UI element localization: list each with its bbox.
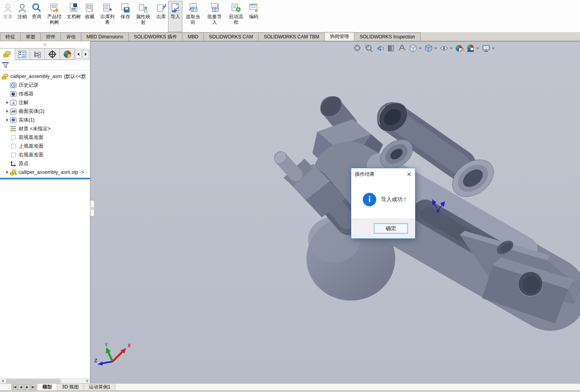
favorite-button[interactable]: 收藏 xyxy=(82,1,97,32)
surface-bodies-folder-icon xyxy=(10,108,17,115)
first-tab-button[interactable]: |◀ xyxy=(11,384,17,390)
display-style-icon xyxy=(424,44,433,53)
section-view-button[interactable] xyxy=(386,44,396,53)
display-style-button[interactable] xyxy=(424,44,438,53)
chevron-left-icon xyxy=(2,379,4,382)
expand-arrow-icon[interactable] xyxy=(5,118,10,122)
tree-item-label: 上视基准面 xyxy=(19,143,44,150)
edit-appearance-button[interactable] xyxy=(455,44,464,53)
tab-property-manager[interactable] xyxy=(15,48,30,60)
encode-button[interactable]: 编码 xyxy=(247,1,261,32)
tab-mbd[interactable]: MBD xyxy=(182,32,204,41)
calliper-assembly-model[interactable] xyxy=(90,42,580,383)
tree-item-origin[interactable]: 原点 xyxy=(0,159,90,168)
query-button[interactable]: 查询 xyxy=(29,1,44,32)
tree-item-solid-bodies[interactable]: 实体(1) xyxy=(0,116,90,124)
tree-item-history[interactable]: 历史记录 xyxy=(0,81,90,89)
batch-import-icon xyxy=(209,2,220,13)
tree-filter-bar[interactable] xyxy=(0,60,90,70)
tree-item-surface-bodies[interactable]: 曲面实体(2) xyxy=(0,107,90,116)
tab-mbd-dimensions[interactable]: MBD Dimensions xyxy=(81,32,129,41)
panel-horizontal-scrollbar[interactable] xyxy=(0,378,90,383)
view-settings-button[interactable] xyxy=(481,44,495,53)
tab-weldments-label: 焊件 xyxy=(46,34,56,40)
tree-item-sensors[interactable]: 传感器 xyxy=(0,89,90,98)
prev-tab-button[interactable]: ◀ xyxy=(18,384,24,390)
tab-collaboration[interactable]: 协同管理 xyxy=(324,32,354,41)
dialog-footer: 确定 xyxy=(351,219,415,238)
import-button[interactable]: 导入 xyxy=(168,1,182,32)
hide-show-items-button[interactable] xyxy=(439,44,453,53)
tab-solidworks-addins[interactable]: SOLIDWORKS 插件 xyxy=(128,32,183,41)
close-icon[interactable]: × xyxy=(406,171,412,177)
first-icon: |◀ xyxy=(13,386,16,389)
tab-sketch-label: 草图 xyxy=(26,34,35,40)
tab-3d-views[interactable]: 3D 视图 xyxy=(57,384,84,390)
scroll-left-button[interactable] xyxy=(0,379,5,384)
start-workflow-button[interactable]: 启动流程 xyxy=(225,1,247,32)
panel-tabs-scroll-left-button[interactable] xyxy=(75,50,82,59)
tab-solidworks-cam-tbm[interactable]: SOLIDWORKS CAM TBM xyxy=(258,32,325,41)
tab-solidworks-inspection[interactable]: SOLIDWORKS Inspection xyxy=(354,32,420,41)
annotation-visibility-button[interactable] xyxy=(397,44,407,53)
tab-configuration-manager[interactable] xyxy=(30,48,45,60)
scroll-right-button[interactable] xyxy=(85,379,90,384)
tab-model[interactable]: 模型 xyxy=(37,384,57,390)
tree-item-top-plane[interactable]: 上视基准面 xyxy=(0,142,90,150)
scrollbar-track[interactable] xyxy=(5,379,85,384)
panel-tabs-scroll-right-button[interactable] xyxy=(82,50,89,59)
apply-scene-button[interactable] xyxy=(466,44,480,53)
checkout-list-button[interactable]: 出库列表 xyxy=(97,1,118,32)
ok-button[interactable]: 确定 xyxy=(374,223,408,234)
tree-item-right-plane[interactable]: 右视基准面 xyxy=(0,150,90,159)
rollback-bar[interactable] xyxy=(0,178,90,179)
tree-item-imported-step[interactable]: calliper_assembly_asm.stp -> xyxy=(0,168,90,177)
monitor-icon xyxy=(482,44,490,53)
dialog-titlebar[interactable]: 操作结果 × xyxy=(351,168,415,180)
tree-item-annotations[interactable]: A 注解 xyxy=(0,98,90,107)
tree-item-material[interactable]: 材质 <未指定> xyxy=(0,124,90,133)
panel-splitter-horizontal[interactable] xyxy=(0,41,90,48)
save-button[interactable]: 保存 xyxy=(118,1,132,32)
batch-import-button[interactable]: 批量导入 xyxy=(204,1,225,32)
tree-item-label: 原点 xyxy=(19,160,29,167)
addin-toolbar: 登录 注销 查询 产品结构树 文档树 收藏 出库列表 保存 xyxy=(0,0,580,32)
product-structure-tree-button[interactable]: 产品结构树 xyxy=(44,1,65,32)
display-manager-icon xyxy=(63,50,72,58)
property-mapping-button[interactable]: 属性映射 xyxy=(132,1,154,32)
tab-sketch[interactable]: 草图 xyxy=(20,32,41,41)
tab-features[interactable]: 特征 xyxy=(0,32,21,41)
tab-display-manager[interactable] xyxy=(60,48,75,60)
tab-dimxpert-manager[interactable] xyxy=(45,48,60,60)
tab-solidworks-cam-tbm-label: SOLIDWORKS CAM TBM xyxy=(264,34,319,40)
tree-root-assembly[interactable]: calliper_assembly_asm (默认<<默 xyxy=(0,72,90,81)
tab-motion-study[interactable]: 运动算例1 xyxy=(84,384,116,390)
checkout-button[interactable]: 出库 xyxy=(154,1,168,32)
zoom-area-button[interactable] xyxy=(364,44,373,53)
expand-arrow-icon[interactable] xyxy=(5,171,10,174)
view-orientation-button[interactable] xyxy=(408,44,422,53)
previous-view-button[interactable] xyxy=(375,44,385,53)
splitter-dot-icon xyxy=(44,43,46,46)
expand-arrow-icon[interactable] xyxy=(5,110,10,113)
triad-y-label: Y xyxy=(105,342,108,348)
zoom-fit-button[interactable] xyxy=(353,44,362,53)
login-icon xyxy=(2,2,13,13)
logout-button[interactable]: 注销 xyxy=(15,1,29,32)
save-label: 保存 xyxy=(121,14,130,20)
tab-feature-manager[interactable] xyxy=(0,48,15,60)
tab-weldments[interactable]: 焊件 xyxy=(40,32,61,41)
scrollbar-thumb[interactable] xyxy=(6,379,61,383)
panel-collapse-handle[interactable] xyxy=(90,200,95,217)
next-tab-button[interactable]: ▶ xyxy=(24,384,30,390)
extract-current-button[interactable]: 提取当前 xyxy=(182,1,204,32)
tab-solidworks-cam[interactable]: SOLIDWORKS CAM xyxy=(203,32,258,41)
last-tab-button[interactable]: ▶| xyxy=(31,384,36,390)
info-glyph: i xyxy=(368,195,371,204)
expand-arrow-icon[interactable] xyxy=(5,101,10,104)
feature-tree: calliper_assembly_asm (默认<<默 历史记录 传感器 A xyxy=(0,70,90,378)
tab-evaluate[interactable]: 评估 xyxy=(61,32,81,41)
tree-item-front-plane[interactable]: 前视基准面 xyxy=(0,133,90,142)
graphics-viewport[interactable]: Y X Z 操作结果 × i 导入成功！ 确定 xyxy=(90,41,580,383)
document-tree-button[interactable]: 文档树 xyxy=(65,1,82,32)
